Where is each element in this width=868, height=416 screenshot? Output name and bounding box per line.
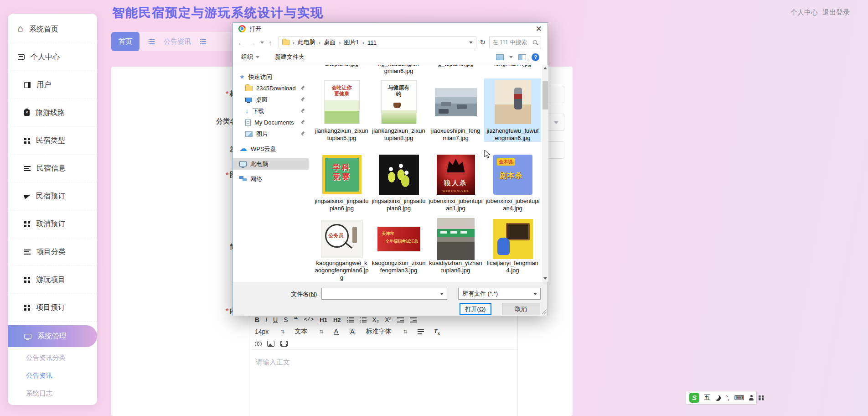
- preview-pane-icon[interactable]: [518, 54, 526, 60]
- breadcrumb[interactable]: ›此电脑›桌面›图片1›111: [279, 36, 476, 48]
- sidebar-item[interactable]: 系统首页: [8, 16, 97, 43]
- sidebar-item[interactable]: 个人中心: [8, 43, 97, 71]
- tab-home[interactable]: 首页: [111, 32, 140, 51]
- tree-item[interactable]: 2345Download: [233, 83, 309, 94]
- sogou-logo-icon[interactable]: [689, 393, 699, 403]
- sidebar-item[interactable]: 旅游线路: [8, 99, 97, 127]
- quote-button[interactable]: ❝: [294, 316, 298, 324]
- sidebar-item[interactable]: 用户: [8, 71, 97, 99]
- file-item[interactable]: kuaidiyizhan_yizhantupian6.jpg: [427, 220, 484, 281]
- scrollbar[interactable]: [542, 65, 548, 282]
- organize-button[interactable]: 组织: [241, 53, 259, 61]
- video-icon[interactable]: [280, 341, 288, 347]
- sidebar-item[interactable]: 游玩项目: [8, 266, 97, 294]
- refresh-icon[interactable]: ↻: [480, 38, 486, 47]
- user-center-link[interactable]: 个人中心: [790, 8, 818, 17]
- view-dropdown-icon[interactable]: [509, 56, 513, 58]
- new-folder-button[interactable]: 新建文件夹: [275, 53, 305, 61]
- tree-item[interactable]: 快速访问: [233, 71, 309, 83]
- filetype-select[interactable]: 所有文件 (*.*): [458, 288, 541, 300]
- tree-item[interactable]: 下载: [233, 105, 309, 117]
- tab-announcement[interactable]: 公告资讯: [164, 37, 191, 46]
- tree-item[interactable]: 网络: [233, 173, 309, 185]
- font-color-button[interactable]: A: [334, 328, 339, 335]
- italic-button[interactable]: I: [265, 317, 267, 323]
- breadcrumb-item[interactable]: 桌面: [324, 38, 336, 47]
- indent-button[interactable]: [410, 317, 417, 322]
- format-select[interactable]: 文本⇅: [295, 328, 324, 336]
- superscript-button[interactable]: X²: [385, 317, 391, 323]
- file-item[interactable]: jingsaixinxi_jingsaitupian8.jpg: [370, 154, 427, 212]
- filename-combo[interactable]: [321, 288, 447, 300]
- breadcrumb-item[interactable]: 此电脑: [298, 38, 315, 47]
- h2-button[interactable]: H2: [333, 317, 341, 323]
- tree-item[interactable]: 桌面: [233, 94, 309, 105]
- file-item[interactable]: 与健康有约jiankangzixun_zixuntupian8.jpg: [370, 78, 427, 142]
- strike-button[interactable]: S: [284, 317, 288, 323]
- file-item[interactable]: 学科竞赛jingsaixinxi_jingsaitupian6.jpg: [313, 154, 370, 212]
- sidebar-item[interactable]: 项目分类: [8, 238, 97, 266]
- scroll-thumb[interactable]: [542, 81, 548, 109]
- ime-punct-button[interactable]: °,: [725, 394, 730, 401]
- thumbnail-view-icon[interactable]: [496, 54, 504, 60]
- file-item[interactable]: 会吃让你更健康jiankangzixun_zixuntupian5.jpg: [313, 78, 370, 142]
- tree-item[interactable]: My Documents: [233, 117, 309, 128]
- forward-icon[interactable]: →: [249, 39, 256, 47]
- cancel-button[interactable]: 取消: [502, 303, 540, 315]
- tree-item[interactable]: 图片: [233, 128, 309, 140]
- unordered-list-button[interactable]: [360, 317, 367, 322]
- h1-button[interactable]: H1: [320, 317, 327, 323]
- sidebar-item[interactable]: 项目预订: [8, 294, 97, 322]
- sidebar-item[interactable]: 民宿类型: [8, 127, 97, 155]
- breadcrumb-item[interactable]: 111: [367, 39, 377, 46]
- toolbox-grid-icon[interactable]: [759, 395, 764, 400]
- moon-icon[interactable]: [715, 395, 721, 401]
- ordered-list-button[interactable]: [347, 317, 354, 322]
- sidebar-item[interactable]: 系统管理: [8, 325, 97, 347]
- sidebar-subitem[interactable]: 公告资讯分类: [8, 349, 97, 367]
- person-icon[interactable]: [749, 395, 754, 400]
- keyboard-icon[interactable]: [734, 394, 744, 402]
- search-box[interactable]: [489, 36, 541, 48]
- help-icon[interactable]: [532, 53, 539, 61]
- up-icon[interactable]: ↑: [269, 39, 272, 47]
- dialog-titlebar[interactable]: 打开 ✕: [233, 23, 548, 35]
- highlight-color-button[interactable]: A: [349, 328, 356, 335]
- subscript-button[interactable]: X₂: [372, 317, 379, 323]
- link-icon[interactable]: [255, 342, 261, 346]
- editor-content[interactable]: 请输入正文: [249, 349, 517, 413]
- font-size-select[interactable]: 14px⇅: [255, 328, 285, 335]
- sidebar-item[interactable]: 民宿预订: [8, 182, 97, 210]
- history-dropdown-icon[interactable]: [260, 42, 264, 44]
- file-item[interactable]: jiaoxueshipin_fengmian7.jpg: [427, 78, 484, 142]
- close-icon[interactable]: ✕: [536, 25, 542, 33]
- back-icon[interactable]: ←: [238, 39, 244, 47]
- underline-button[interactable]: U: [273, 317, 278, 323]
- chevron-down-icon[interactable]: [469, 42, 473, 44]
- scroll-down-icon[interactable]: [543, 277, 547, 280]
- resize-grip-icon[interactable]: [542, 309, 547, 314]
- font-family-select[interactable]: 标准字体⇅: [366, 328, 407, 336]
- bold-button[interactable]: B: [255, 317, 259, 323]
- sidebar-subitem[interactable]: 系统日志: [8, 385, 97, 402]
- file-item[interactable]: jiazhengfuwu_fuwufengmian6.jpg: [484, 78, 541, 142]
- outdent-button[interactable]: [397, 317, 404, 322]
- sidebar-subitem[interactable]: 公告资讯: [8, 367, 97, 385]
- file-item[interactable]: 狼人杀WEREWOLVESjubenxinxi_jubentupian1.jpg: [427, 154, 484, 212]
- sidebar-item[interactable]: 民宿信息: [8, 155, 97, 182]
- scroll-up-icon[interactable]: [543, 67, 547, 69]
- file-item[interactable]: 剧本杀金木说jubenxinxi_jubentupian4.jpg: [484, 154, 541, 212]
- tree-item[interactable]: WPS云盘: [233, 143, 309, 155]
- ime-wubi-button[interactable]: 五: [704, 394, 710, 402]
- file-item[interactable]: licaijianyi_fengmian4.jpg: [484, 220, 541, 281]
- breadcrumb-item[interactable]: 图片1: [344, 38, 359, 47]
- code-button[interactable]: </>: [304, 317, 314, 322]
- tree-item[interactable]: 此电脑: [233, 158, 309, 170]
- clear-format-button[interactable]: Tx: [434, 328, 440, 336]
- open-button[interactable]: 打开(O): [460, 303, 491, 315]
- file-item[interactable]: 天津市全年招职考试汇总kaogongzixun_zixunfengmian3.j…: [370, 220, 427, 281]
- search-input[interactable]: [492, 39, 532, 46]
- image-icon[interactable]: [267, 341, 274, 347]
- filename-input[interactable]: [323, 289, 437, 298]
- sidebar-item[interactable]: 取消预订: [8, 210, 97, 238]
